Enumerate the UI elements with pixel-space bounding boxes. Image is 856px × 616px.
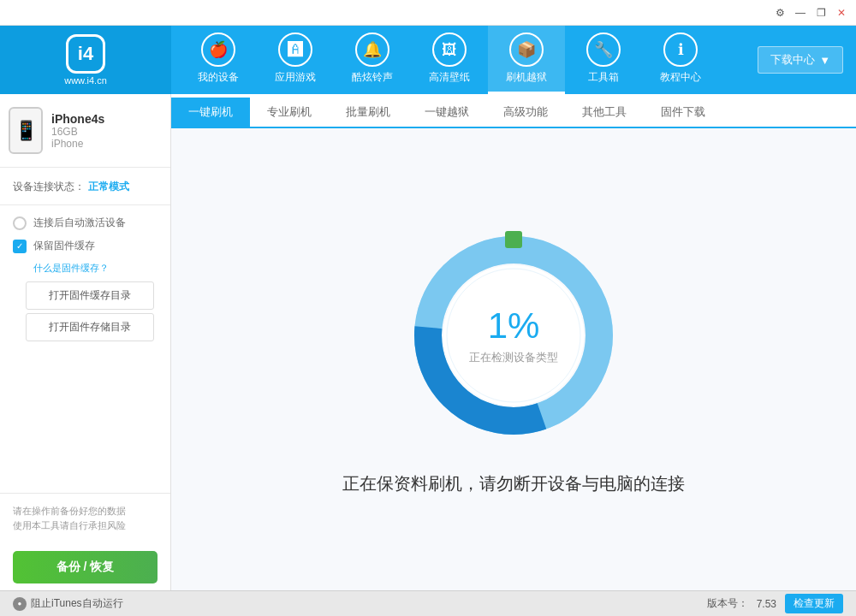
checkbox-keep-firmware[interactable]: ✓ <box>13 240 27 253</box>
status-value: 正常模式 <box>88 181 129 192</box>
tab-firmware-dl[interactable]: 固件下载 <box>644 98 722 128</box>
nav-app-games-label: 应用游戏 <box>275 70 316 85</box>
version-value: 7.53 <box>757 598 776 610</box>
progress-description: 正在检测设备类型 <box>469 350 558 365</box>
sidebar: 📱 iPhone4s 16GB iPhone 设备连接状态： 正常模式 连接后自… <box>0 94 171 590</box>
nav-tutorial[interactable]: ℹ 教程中心 <box>642 26 719 94</box>
progress-message: 正在保资料刷机，请勿断开设备与电脑的连接 <box>342 472 685 495</box>
radio-auto-activate[interactable] <box>13 216 27 230</box>
nav-ringtones[interactable]: 🔔 酷炫铃声 <box>334 26 411 94</box>
progress-area: 1% 正在检测设备类型 正在保资料刷机，请勿断开设备与电脑的连接 <box>171 128 856 590</box>
itunes-label: 阻止iTunes自动运行 <box>31 596 123 611</box>
titlebar: ⚙ — ❐ ✕ <box>0 0 856 26</box>
statusbar-left: ● 阻止iTunes自动运行 <box>13 596 123 611</box>
option-keep-firmware[interactable]: ✓ 保留固件缓存 <box>13 239 158 253</box>
toolbox-icon: 🔧 <box>586 33 621 67</box>
option-auto-activate[interactable]: 连接后自动激活设备 <box>13 216 158 230</box>
main: 📱 iPhone4s 16GB iPhone 设备连接状态： 正常模式 连接后自… <box>0 94 856 590</box>
donut-container: 1% 正在检测设备类型 <box>402 224 625 447</box>
tab-advanced[interactable]: 高级功能 <box>486 98 565 128</box>
my-device-icon: 🍎 <box>201 33 235 67</box>
firmware-link[interactable]: 什么是固件缓存？ <box>33 262 158 275</box>
device-info: 📱 iPhone4s 16GB iPhone <box>0 94 170 168</box>
download-btn[interactable]: 下载中心 ▼ <box>758 46 843 74</box>
nav-app-games[interactable]: 🅰 应用游戏 <box>257 26 334 94</box>
device-icon: 📱 <box>9 107 43 154</box>
nav-wallpaper-label: 高清壁纸 <box>429 70 470 85</box>
logo-area: i4 www.i4.cn <box>0 26 171 94</box>
header: i4 www.i4.cn 🍎 我的设备 🅰 应用游戏 🔔 酷炫铃声 🖼 高清壁纸… <box>0 26 856 94</box>
warning-line1: 请在操作前备份好您的数据 <box>13 504 158 519</box>
maximize-icon[interactable]: ❐ <box>812 4 829 21</box>
version-label: 版本号： <box>707 596 748 611</box>
status-label: 设备连接状态： <box>13 181 85 192</box>
close-icon[interactable]: ✕ <box>833 4 850 21</box>
minimize-icon[interactable]: — <box>792 4 809 21</box>
download-label: 下载中心 <box>770 52 815 68</box>
warning-text: 请在操作前备份好您的数据 使用本工具请自行承担风险 <box>0 493 170 544</box>
nav-ringtones-label: 酷炫铃声 <box>352 70 393 85</box>
tab-batch-flash[interactable]: 批量刷机 <box>329 98 407 128</box>
progress-percent: 1% <box>469 305 558 346</box>
header-right: 下载中心 ▼ <box>758 46 856 74</box>
donut-center: 1% 正在检测设备类型 <box>469 305 558 365</box>
status-area: 设备连接状态： 正常模式 <box>0 168 170 205</box>
nav-toolbox[interactable]: 🔧 工具箱 <box>565 26 642 94</box>
check-icon: ✓ <box>16 241 23 251</box>
check-update-btn[interactable]: 检查更新 <box>785 594 843 613</box>
device-type: iPhone <box>51 138 104 150</box>
nav-flash[interactable]: 📦 刷机越狱 <box>488 26 565 94</box>
download-arrow-icon: ▼ <box>819 54 830 67</box>
wallpaper-icon: 🖼 <box>432 33 467 67</box>
app-games-icon: 🅰 <box>278 33 312 67</box>
option-auto-activate-label: 连接后自动激活设备 <box>33 216 126 230</box>
warning-line2: 使用本工具请自行承担风险 <box>13 518 158 534</box>
open-storage-dir-btn[interactable]: 打开固件存储目录 <box>26 313 154 341</box>
device-storage: 16GB <box>51 126 104 138</box>
tab-one-key-jb[interactable]: 一键越狱 <box>407 98 486 128</box>
content: 一键刷机 专业刷机 批量刷机 一键越狱 高级功能 其他工具 固件下载 <box>171 94 856 590</box>
tab-one-key-flash[interactable]: 一键刷机 <box>171 98 250 128</box>
itunes-icon: ● <box>13 597 27 611</box>
tabs: 一键刷机 专业刷机 批量刷机 一键越狱 高级功能 其他工具 固件下载 <box>171 94 856 128</box>
tutorial-icon: ℹ <box>663 33 698 67</box>
option-keep-firmware-label: 保留固件缓存 <box>33 239 95 253</box>
settings-icon[interactable]: ⚙ <box>771 4 788 21</box>
tab-pro-flash[interactable]: 专业刷机 <box>250 98 329 128</box>
progress-flag <box>505 231 522 248</box>
ringtones-icon: 🔔 <box>355 33 389 67</box>
options-area: 连接后自动激活设备 ✓ 保留固件缓存 什么是固件缓存？ 打开固件缓存目录 打开固… <box>0 205 170 355</box>
statusbar: ● 阻止iTunes自动运行 版本号： 7.53 检查更新 <box>0 590 856 616</box>
nav-items: 🍎 我的设备 🅰 应用游戏 🔔 酷炫铃声 🖼 高清壁纸 📦 刷机越狱 🔧 工具箱… <box>171 26 758 94</box>
device-name: iPhone4s <box>51 112 104 126</box>
nav-my-device-label: 我的设备 <box>198 70 239 85</box>
nav-tutorial-label: 教程中心 <box>660 70 701 85</box>
logo-icon: i4 <box>66 34 105 74</box>
device-text: iPhone4s 16GB iPhone <box>51 112 104 150</box>
nav-my-device[interactable]: 🍎 我的设备 <box>180 26 257 94</box>
statusbar-right: 版本号： 7.53 检查更新 <box>707 594 843 613</box>
logo-url: www.i4.cn <box>64 75 107 86</box>
flash-icon: 📦 <box>509 33 544 67</box>
nav-wallpaper[interactable]: 🖼 高清壁纸 <box>411 26 488 94</box>
tab-other-tools[interactable]: 其他工具 <box>565 98 644 128</box>
backup-restore-btn[interactable]: 备份 / 恢复 <box>13 551 158 583</box>
nav-toolbox-label: 工具箱 <box>588 70 619 85</box>
open-cache-dir-btn[interactable]: 打开固件缓存目录 <box>26 281 154 310</box>
nav-flash-label: 刷机越狱 <box>506 70 547 85</box>
